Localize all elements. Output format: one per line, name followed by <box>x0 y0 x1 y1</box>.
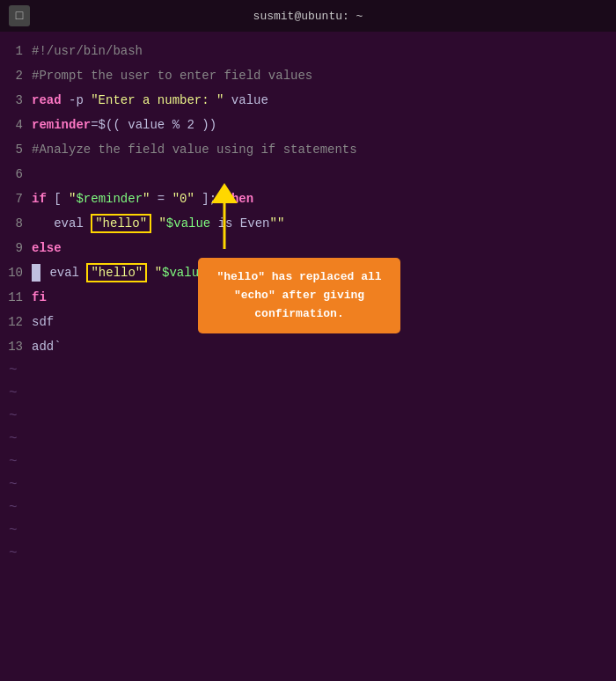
tilde-1: ~ <box>0 359 616 382</box>
line-content-12: sdf <box>32 310 54 334</box>
line-content-3: read -p "Enter a number: " value <box>32 88 268 113</box>
titlebar: □ susmit@ubuntu: ~ <box>0 0 616 32</box>
line-1: 1 #!/usr/bin/bash <box>0 39 616 63</box>
tilde-7: ~ <box>0 496 616 519</box>
tilde-6: ~ <box>0 473 616 496</box>
line-5: 5 #Analyze the field value using if stat… <box>0 137 616 162</box>
line-num-12: 12 <box>0 310 32 334</box>
tilde-8: ~ <box>0 519 616 542</box>
svg-marker-1 <box>211 183 238 203</box>
line-content-2: #Prompt the user to enter field values <box>32 63 312 88</box>
annotation-arrow <box>176 179 273 258</box>
line-num-6: 6 <box>0 162 32 187</box>
tooltip-text: "hello" has replaced all "echo" after gi… <box>216 270 381 320</box>
line-4: 4 reminder=$(( value % 2 )) <box>0 113 616 137</box>
line-3: 3 read -p "Enter a number: " value <box>0 88 616 113</box>
tilde-5: ~ <box>0 450 616 473</box>
line-13: 13 add` <box>0 334 616 359</box>
line-8: 8 eval "hello" "$value is Even"" <box>0 211 616 236</box>
tilde-3: ~ <box>0 405 616 428</box>
line-6: 6 <box>0 162 616 187</box>
line-num-2: 2 <box>0 63 32 88</box>
line-num-1: 1 <box>0 39 32 63</box>
line-num-10: 10 <box>0 260 32 285</box>
line-content-6 <box>32 162 39 187</box>
tilde-2: ~ <box>0 382 616 405</box>
cursor-block <box>32 264 40 282</box>
line-9: 9 else <box>0 236 616 260</box>
line-num-7: 7 <box>0 187 32 211</box>
line-7: 7 if [ "$reminder" = "0" ]; then <box>0 187 616 211</box>
line-num-13: 13 <box>0 334 32 359</box>
line-num-3: 3 <box>0 88 32 113</box>
hello-highlight-2: "hello" <box>86 263 147 282</box>
line-content-13: add` <box>32 334 62 359</box>
line-content-1: #!/usr/bin/bash <box>32 39 143 63</box>
line-num-11: 11 <box>0 285 32 310</box>
line-num-5: 5 <box>0 137 32 162</box>
hello-highlight-1: "hello" <box>91 214 151 233</box>
line-content-9: else <box>32 236 62 260</box>
line-num-8: 8 <box>0 211 32 236</box>
line-num-4: 4 <box>0 113 32 137</box>
line-2: 2 #Prompt the user to enter field values <box>0 63 616 88</box>
tooltip-box: "hello" has replaced all "echo" after gi… <box>198 258 400 333</box>
editor: 1 #!/usr/bin/bash 2 #Prompt the user to … <box>0 32 616 572</box>
line-content-11: fi <box>32 285 47 310</box>
terminal-icon: □ <box>9 5 30 26</box>
tilde-4: ~ <box>0 428 616 450</box>
line-num-9: 9 <box>0 236 32 260</box>
tilde-9: ~ <box>0 542 616 565</box>
titlebar-title: susmit@ubuntu: ~ <box>253 10 363 23</box>
line-content-4: reminder=$(( value % 2 )) <box>32 113 216 137</box>
line-content-5: #Analyze the field value using if statem… <box>32 137 357 162</box>
